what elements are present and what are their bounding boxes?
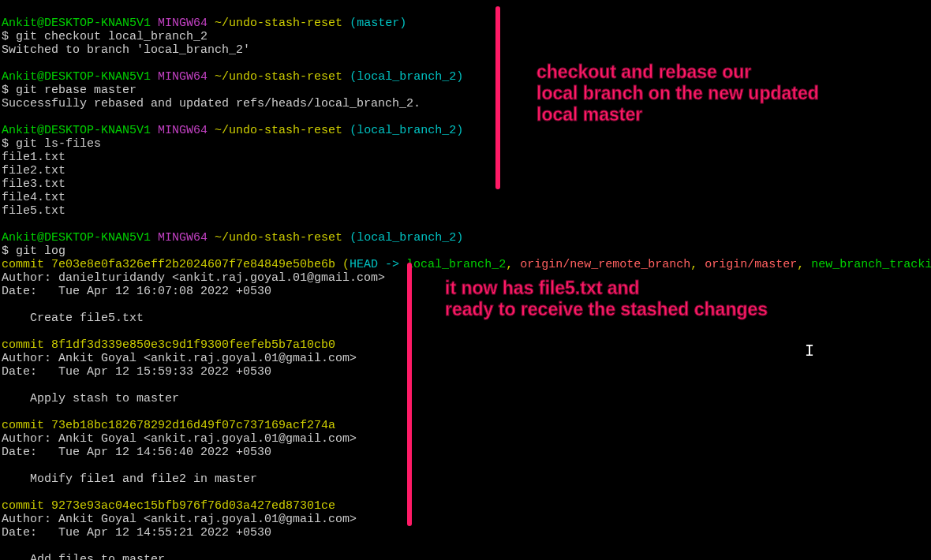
commit-hash: commit 7e03e8e0fa326eff2b2024607f7e84849… <box>2 258 335 271</box>
commit-hash: commit 73eb18bc182678292d16d49f07c737169… <box>2 419 335 432</box>
local-branch: new_branch_tracki <box>811 258 931 271</box>
commit-date: Date: Tue Apr 12 15:59:33 2022 +0530 <box>2 365 271 379</box>
text-cursor-icon: I <box>805 344 814 357</box>
prompt-user-host: Ankit@DESKTOP-KNAN5V1 <box>2 124 151 137</box>
remote-branch: origin/new_remote_branch <box>520 258 690 271</box>
file-row: file1.txt <box>2 151 65 164</box>
prompt-path: ~/undo-stash-reset <box>215 231 342 245</box>
prompt-branch: (local_branch_2) <box>350 231 463 245</box>
prompt-env: MINGW64 <box>158 231 208 245</box>
prompt-branch: (local_branch_2) <box>350 124 463 137</box>
prompt-user-host: Ankit@DESKTOP-KNAN5V1 <box>2 70 151 84</box>
prompt-path: ~/undo-stash-reset <box>215 70 342 84</box>
commit-date: Date: Tue Apr 12 14:56:40 2022 +0530 <box>2 446 271 459</box>
prompt-path: ~/undo-stash-reset <box>215 124 342 137</box>
commit-date: Date: Tue Apr 12 16:07:08 2022 +0530 <box>2 285 271 298</box>
cmd-rebase: $ git rebase master <box>2 84 136 97</box>
cmd-checkout: $ git checkout local_branch_2 <box>2 30 208 43</box>
prompt-branch: (local_branch_2) <box>350 70 463 84</box>
ref-sep: , <box>690 258 705 271</box>
cmd-gitlog: $ git log <box>2 245 65 258</box>
ref-sep: , <box>506 258 520 271</box>
prompt-branch: (master) <box>350 17 406 30</box>
prompt-env: MINGW64 <box>158 70 208 84</box>
head-label: HEAD -> <box>350 258 406 271</box>
commit-author: Author: Ankit Goyal <ankit.raj.goyal.01@… <box>2 513 357 526</box>
commit-author: Author: Ankit Goyal <ankit.raj.goyal.01@… <box>2 352 357 365</box>
prompt-user-host: Ankit@DESKTOP-KNAN5V1 <box>2 17 151 30</box>
commit-author: Author: danielturidandy <ankit.raj.goyal… <box>2 271 385 285</box>
commit-msg: Create file5.txt <box>2 312 144 325</box>
file-row: file4.txt <box>2 191 65 204</box>
commit-author: Author: Ankit Goyal <ankit.raj.goyal.01@… <box>2 432 357 446</box>
commit-msg: Add files to master <box>2 553 165 560</box>
prompt-env: MINGW64 <box>158 17 208 30</box>
file-row: file5.txt <box>2 204 65 218</box>
refs-open: ( <box>335 258 350 271</box>
prompt-user-host: Ankit@DESKTOP-KNAN5V1 <box>2 231 151 245</box>
commit-hash: commit 8f1df3d339e850e3c9d1f9300feefeb5b… <box>2 338 335 352</box>
commit-date: Date: Tue Apr 12 14:55:21 2022 +0530 <box>2 526 271 539</box>
cmd-lsfiles: $ git ls-files <box>2 137 101 151</box>
file-row: file3.txt <box>2 177 65 191</box>
prompt-path: ~/undo-stash-reset <box>215 17 342 30</box>
commit-msg: Modify file1 and file2 in master <box>2 472 257 486</box>
out-checkout: Switched to branch 'local_branch_2' <box>2 43 250 57</box>
prompt-env: MINGW64 <box>158 124 208 137</box>
annotation-text: it now has file5.txt andready to receive… <box>445 278 768 320</box>
remote-branch: origin/master <box>705 258 797 271</box>
annotation-bar <box>495 6 500 189</box>
commit-hash: commit 9273e93ac04ec15bfb976f76d03a427ed… <box>2 499 335 513</box>
annotation-text: checkout and rebase ourlocal branch on t… <box>537 62 819 125</box>
commit-msg: Apply stash to master <box>2 392 179 405</box>
local-branch: local_branch_2 <box>406 258 506 271</box>
file-row: file2.txt <box>2 164 65 177</box>
out-rebase: Successfully rebased and updated refs/he… <box>2 97 421 110</box>
ref-sep: , <box>797 258 811 271</box>
annotation-bar <box>407 263 412 526</box>
